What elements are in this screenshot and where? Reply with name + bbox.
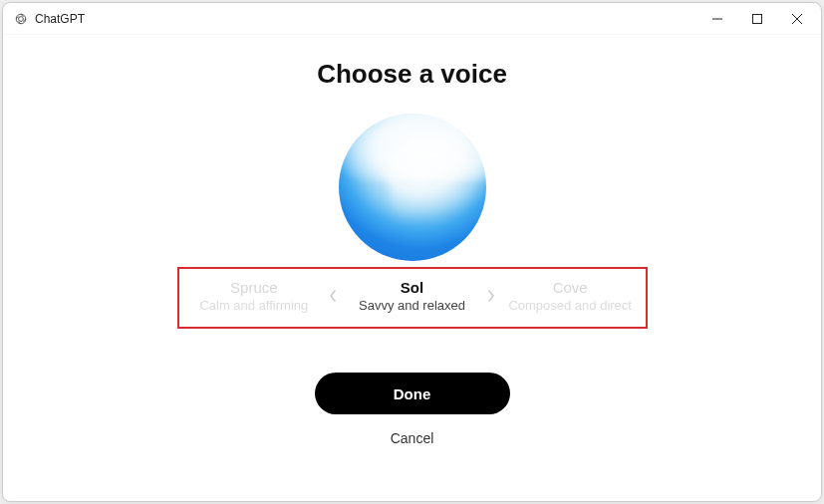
svg-point-0 <box>16 14 26 24</box>
voice-name: Sol <box>345 279 479 296</box>
app-window: ChatGPT Choose a voice Spruce Calm and a… <box>2 2 822 502</box>
cancel-button[interactable]: Cancel <box>391 430 434 446</box>
voice-desc: Composed and direct <box>503 298 638 313</box>
voice-option-spruce[interactable]: Spruce Calm and affirming <box>187 279 322 313</box>
done-button[interactable]: Done <box>315 373 510 414</box>
app-icon <box>13 11 29 27</box>
voice-desc: Savvy and relaxed <box>345 298 479 313</box>
voice-desc: Calm and affirming <box>187 298 322 313</box>
minimize-button[interactable] <box>697 4 737 34</box>
voice-name: Cove <box>503 279 638 296</box>
voice-name: Spruce <box>187 279 322 296</box>
chevron-left-icon[interactable] <box>321 289 345 303</box>
maximize-button[interactable] <box>737 4 777 34</box>
voice-carousel-highlight: Spruce Calm and affirming Sol Savvy and … <box>177 267 648 329</box>
page-title: Choose a voice <box>317 59 507 90</box>
title-bar: ChatGPT <box>3 3 821 35</box>
close-button[interactable] <box>777 4 817 34</box>
voice-carousel: Spruce Calm and affirming Sol Savvy and … <box>187 279 638 313</box>
svg-rect-3 <box>753 14 762 23</box>
window-title: ChatGPT <box>35 12 85 26</box>
chevron-right-icon[interactable] <box>479 289 503 303</box>
voice-visualizer <box>339 114 486 261</box>
voice-option-cove[interactable]: Cove Composed and direct <box>503 279 638 313</box>
svg-point-1 <box>19 16 24 21</box>
voice-option-sol[interactable]: Sol Savvy and relaxed <box>345 279 479 313</box>
content-area: Choose a voice Spruce Calm and affirming… <box>3 35 821 501</box>
